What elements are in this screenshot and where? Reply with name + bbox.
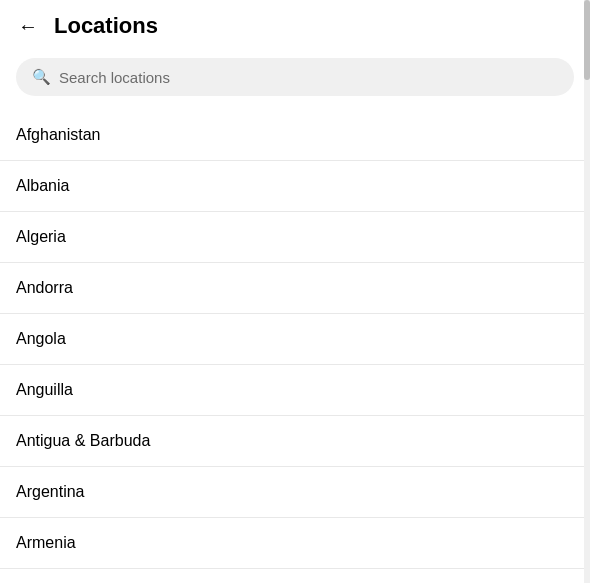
search-placeholder: Search locations (59, 69, 170, 86)
list-item[interactable]: Anguilla (0, 365, 590, 416)
list-item[interactable]: Antigua & Barbuda (0, 416, 590, 467)
list-item[interactable]: Angola (0, 314, 590, 365)
back-arrow-icon: ← (18, 16, 38, 36)
back-button[interactable]: ← (12, 10, 44, 42)
list-item[interactable]: Algeria (0, 212, 590, 263)
page-header: ← Locations (0, 0, 590, 52)
locations-list: AfghanistanAlbaniaAlgeriaAndorraAngolaAn… (0, 110, 590, 573)
list-item[interactable]: Albania (0, 161, 590, 212)
list-item[interactable]: Armenia (0, 518, 590, 569)
search-container: 🔍 Search locations (0, 52, 590, 110)
list-item[interactable]: Andorra (0, 263, 590, 314)
scrollbar-thumb[interactable] (584, 0, 590, 80)
search-icon: 🔍 (32, 68, 51, 86)
scrollbar[interactable] (584, 0, 590, 583)
search-bar[interactable]: 🔍 Search locations (16, 58, 574, 96)
list-item[interactable]: Afghanistan (0, 110, 590, 161)
list-item[interactable]: Argentina (0, 467, 590, 518)
page-title: Locations (54, 13, 158, 39)
